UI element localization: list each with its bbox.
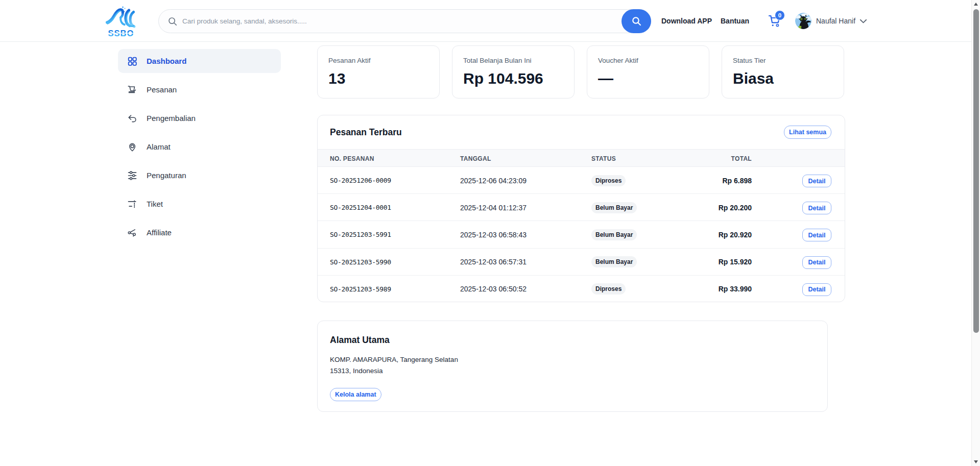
order-total: Rp 15.920	[719, 249, 752, 276]
status-badge: Diproses	[591, 175, 626, 186]
recent-orders-card: Pesanan Terbaru Lihat semua NO. PESANAN …	[317, 115, 845, 302]
stat-value: Rp 104.596	[463, 70, 564, 87]
user-avatar[interactable]	[795, 13, 811, 29]
stat-label: Pesanan Aktif	[328, 57, 429, 64]
nav-download-app[interactable]: Download APP	[661, 0, 712, 42]
order-total: Rp 33.990	[719, 276, 752, 302]
sidebar-item-label: Pesanan	[147, 85, 177, 94]
search-submit-icon	[631, 16, 642, 27]
nav-bantuan[interactable]: Bantuan	[721, 0, 749, 42]
stat-cards: Pesanan Aktif 13 Total Belanja Bulan Ini…	[317, 45, 845, 99]
column-header-no-pesanan: NO. PESANAN	[330, 150, 374, 167]
primary-address-card: Alamat Utama KOMP. AMARAPURA, Tangerang …	[317, 321, 828, 412]
sidebar-item-pesanan[interactable]: Pesanan	[118, 78, 281, 102]
view-all-button[interactable]: Lihat semua	[784, 126, 831, 139]
stat-card-total-belanja: Total Belanja Bulan Ini Rp 104.596	[452, 45, 575, 99]
detail-button[interactable]: Detail	[802, 283, 831, 296]
cart-count-badge: 0	[775, 10, 785, 20]
order-total: Rp 20.200	[719, 194, 752, 221]
orders-title: Pesanan Terbaru	[330, 127, 402, 138]
sidebar-item-label: Pengaturan	[147, 171, 186, 180]
search-input[interactable]	[182, 10, 560, 32]
stat-card-pesanan-aktif: Pesanan Aktif 13	[317, 45, 440, 99]
order-date: 2025-12-04 01:12:37	[460, 194, 527, 221]
cart-stand-icon	[127, 84, 138, 95]
order-number: SO-20251206-0009	[330, 167, 391, 194]
status-badge: Belum Bayar	[591, 202, 637, 213]
sidebar-item-alamat[interactable]: Alamat	[118, 135, 281, 159]
order-row: SO-20251203-5989 2025-12-03 06:50:52 Dip…	[318, 276, 845, 302]
order-date: 2025-12-03 06:58:43	[460, 221, 527, 248]
arrow-back-icon	[127, 113, 138, 124]
address-line-2: 15313, Indonesia	[330, 365, 815, 377]
layout-grid-icon	[127, 56, 138, 67]
stat-label: Status Tier	[733, 57, 833, 64]
search-submit-button[interactable]	[622, 9, 651, 33]
manage-address-button[interactable]: Kelola alamat	[330, 388, 381, 401]
sidebar-item-dashboard[interactable]: Dashboard	[118, 49, 281, 73]
stat-label: Voucher Aktif	[598, 57, 699, 64]
order-date: 2025-12-06 04:23:09	[460, 167, 527, 194]
order-status-cell: Diproses	[591, 276, 626, 302]
address-lines: KOMP. AMARAPURA, Tangerang Selatan 15313…	[330, 354, 815, 377]
user-name[interactable]: Naufal Hanif	[816, 0, 855, 42]
order-date: 2025-12-03 06:57:31	[460, 249, 527, 276]
sidebar-item-label: Tiket	[147, 200, 163, 208]
top-header: SSBO Download APP Bantuan 0	[0, 0, 971, 42]
detail-button[interactable]: Detail	[802, 229, 831, 241]
order-status-cell: Belum Bayar	[591, 221, 637, 248]
order-number: SO-20251203-5989	[330, 276, 391, 302]
sidebar-item-pengembalian[interactable]: Pengembalian	[118, 106, 281, 130]
address-line-1: KOMP. AMARAPURA, Tangerang Selatan	[330, 354, 815, 365]
search-bar	[158, 9, 651, 33]
order-row: SO-20251203-5991 2025-12-03 06:58:43 Bel…	[318, 221, 845, 248]
order-number: SO-20251203-5990	[330, 249, 391, 276]
address-title: Alamat Utama	[330, 335, 815, 346]
stat-card-status-tier: Status Tier Biasa	[722, 45, 844, 99]
ssbo-logo[interactable]: SSBO	[106, 4, 136, 38]
scrollbar-up-arrow-icon[interactable]	[974, 3, 978, 6]
sliders-icon	[127, 170, 138, 181]
detail-button[interactable]: Detail	[802, 175, 831, 187]
stat-value: —	[598, 70, 699, 87]
order-number: SO-20251204-0001	[330, 194, 391, 221]
sidebar-item-label: Affiliate	[147, 228, 172, 237]
scrollbar-thumb[interactable]	[973, 9, 979, 333]
order-status-cell: Belum Bayar	[591, 249, 637, 276]
orders-table-header: NO. PESANAN TANGGAL STATUS TOTAL	[318, 149, 845, 167]
order-status-cell: Diproses	[591, 167, 626, 194]
order-date: 2025-12-03 06:50:52	[460, 276, 527, 302]
column-header-status: STATUS	[591, 150, 616, 167]
status-badge: Belum Bayar	[591, 256, 637, 267]
sidebar-item-label: Dashboard	[147, 57, 186, 65]
order-number: SO-20251203-5991	[330, 221, 391, 248]
cart-button[interactable]: 0	[768, 11, 791, 33]
chevron-down-icon[interactable]	[859, 19, 867, 24]
column-header-tanggal: TANGGAL	[460, 150, 491, 167]
stat-label: Total Belanja Bulan Ini	[463, 57, 564, 64]
order-row: SO-20251206-0009 2025-12-06 04:23:09 Dip…	[318, 167, 845, 194]
search-icon	[168, 16, 178, 27]
stat-card-voucher-aktif: Voucher Aktif —	[587, 45, 709, 99]
sidebar-item-affiliate[interactable]: Affiliate	[118, 220, 281, 244]
scrollbar-track[interactable]	[971, 0, 980, 466]
sidebar-item-pengaturan[interactable]: Pengaturan	[118, 163, 281, 187]
orders-card-header: Pesanan Terbaru Lihat semua	[318, 115, 845, 149]
order-row: SO-20251204-0001 2025-12-04 01:12:37 Bel…	[318, 194, 845, 221]
order-status-cell: Belum Bayar	[591, 194, 637, 221]
status-badge: Belum Bayar	[591, 229, 637, 240]
detail-button[interactable]: Detail	[802, 256, 831, 269]
sidebar-item-label: Alamat	[147, 142, 171, 151]
sidebar-nav: Dashboard Pesanan Pengembalian Alamat	[118, 49, 281, 249]
stat-value: Biasa	[733, 70, 833, 87]
order-total: Rp 20.920	[719, 221, 752, 248]
order-total: Rp 6.898	[722, 167, 752, 194]
scrollbar-down-arrow-icon[interactable]	[974, 460, 978, 463]
sidebar-item-tiket[interactable]: Tiket	[118, 192, 281, 216]
detail-button[interactable]: Detail	[802, 202, 831, 214]
main-content: Pesanan Aktif 13 Total Belanja Bulan Ini…	[317, 45, 845, 412]
map-pin-icon	[127, 141, 138, 153]
ticket-lines-icon	[127, 199, 138, 210]
order-row: SO-20251203-5990 2025-12-03 06:57:31 Bel…	[318, 249, 845, 276]
sidebar-item-label: Pengembalian	[147, 114, 196, 122]
